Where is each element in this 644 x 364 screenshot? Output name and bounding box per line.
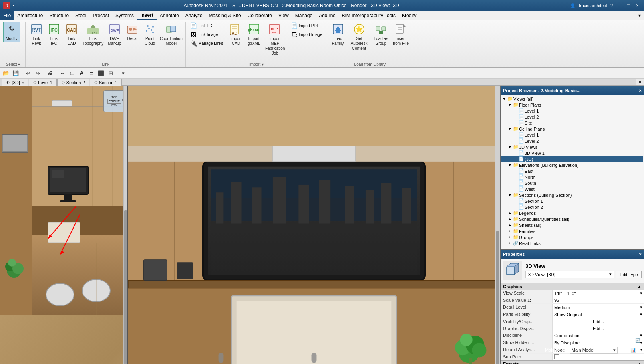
prop-type-dropdown[interactable]: 3D View: {3D} ▾ [525, 271, 614, 278]
edit-type-button[interactable]: Edit Type [616, 271, 642, 278]
menu-dropdown[interactable]: ▾ [635, 11, 644, 20]
menu-massing[interactable]: Massing & Site [206, 11, 244, 20]
tree-views-all[interactable]: ▼ 📁 Views (all) [501, 96, 643, 102]
tree-site[interactable]: 📄 Site [501, 120, 643, 126]
tree-ceiling-level2[interactable]: 📄 Level 2 [501, 138, 643, 144]
close-hidden-button[interactable]: ⬛ [97, 69, 105, 78]
qa-more[interactable]: ▾ [119, 69, 127, 78]
menu-architecture[interactable]: Architecture [14, 11, 46, 20]
close-button[interactable]: × [634, 2, 641, 9]
menu-addins[interactable]: Add-Ins [316, 11, 338, 20]
link-topography-button[interactable]: TOPO LinkTopography [81, 22, 105, 47]
tree-north[interactable]: 📄 North [501, 174, 643, 180]
tree-sections[interactable]: ▼ 📁 Sections (Building Section) [501, 192, 643, 198]
menu-precast[interactable]: Precast [89, 11, 112, 20]
link-cad-button[interactable]: CAD LinkCAD [63, 22, 80, 47]
link-image-button[interactable]: 🖼 Link Image [188, 30, 225, 38]
view-tab-section1[interactable]: ◇ Section 1 [90, 79, 122, 86]
menu-analyze[interactable]: Analyze [182, 11, 206, 20]
tree-floor-plans[interactable]: ▼ 📁 Floor Plans [501, 102, 643, 108]
view-tab-3d[interactable]: 👁 {3D} × [2, 79, 28, 86]
properties-close[interactable]: × [639, 252, 642, 257]
link-ifc-button[interactable]: IFC LinkIFC [46, 22, 62, 47]
prop-value-view-scale[interactable]: 1/8" = 1'-0" ▾ [553, 290, 644, 297]
prop-value-parts-visibility[interactable]: Show Original ▾ [553, 311, 644, 318]
project-browser-controls[interactable]: × [639, 88, 642, 93]
menu-bim[interactable]: BIM Interoperability Tools [339, 11, 399, 20]
tree-3d-current[interactable]: 📄 {3D} [501, 156, 643, 162]
tree-level1[interactable]: 📄 Level 1 [501, 108, 643, 114]
prop-value-visibility[interactable]: Edit... [553, 318, 644, 325]
tree-sheets[interactable]: ▶ 📁 Sheets (all) [501, 222, 643, 228]
main-view-scrollbar-v[interactable] [495, 86, 500, 364]
tree-groups[interactable]: + 📁 Groups [501, 234, 643, 240]
get-autodesk-content-button[interactable]: ⭐ Get AutodeskContent [347, 22, 371, 52]
menu-insert[interactable]: Insert [137, 11, 157, 20]
tree-section2[interactable]: 📄 Section 2 [501, 204, 643, 210]
properties-controls[interactable]: × [639, 252, 642, 257]
tree-section1[interactable]: 📄 Section 1 [501, 198, 643, 204]
modify-button[interactable]: ✎ Modify [3, 22, 20, 42]
import-mep-button[interactable]: MEPFab Import MEPFabrication Job [263, 22, 287, 57]
visibility-edit-button[interactable]: Edit... [554, 319, 642, 324]
view-scale-dropdown[interactable]: 1/8" = 1'-0" ▾ [554, 291, 642, 296]
view-3d-panel[interactable]: TOP LFRONTR BTM 1/8" = 1'-0" [0, 86, 128, 364]
tree-schedules[interactable]: ▶ 📁 Schedules/Quantities (all) [501, 216, 643, 222]
tree-ceiling-level1[interactable]: 📄 Level 1 [501, 132, 643, 138]
prop-section-extents[interactable]: Extents ▲ [501, 360, 644, 364]
navigation-cube[interactable]: TOP LFRONTR BTM [103, 90, 125, 112]
dwf-markup-button[interactable]: DWF DWFMarkup [106, 22, 123, 47]
tree-level2[interactable]: 📄 Level 2 [501, 114, 643, 120]
show-hidden-dropdown[interactable]: By Discipline ▾ [554, 340, 642, 345]
tree-3d-view1[interactable]: 📄 3D View 1 [501, 150, 643, 156]
model-dropdown[interactable]: Main Model ▾ [570, 347, 618, 354]
snaps-button[interactable]: ⊞ [106, 69, 115, 78]
view-main-panel[interactable]: 1/8" = 1'-0" [128, 86, 500, 364]
tree-ceiling-plans[interactable]: ▼ 📁 Ceiling Plans [501, 126, 643, 132]
print-button[interactable]: 🖨 [46, 69, 54, 78]
view-tabs-more[interactable]: ≡ [636, 79, 644, 86]
menu-file[interactable]: File [0, 11, 14, 20]
minimize-button[interactable]: ─ [616, 2, 623, 9]
tree-3d-views[interactable]: ▼ 📁 3D Views [501, 144, 643, 150]
tree-east[interactable]: 📄 East [501, 168, 643, 174]
undo-button[interactable]: ↩ [24, 69, 32, 78]
link-revit-button[interactable]: RVT LinkRevit [28, 22, 45, 47]
graphic-display-edit-button[interactable]: Edit... [554, 326, 642, 331]
tree-south[interactable]: 📄 South [501, 180, 643, 186]
load-as-group-button[interactable]: Load asGroup [372, 22, 390, 47]
tree-revit-links[interactable]: + 🔗 Revit Links [501, 240, 643, 246]
prop-value-discipline[interactable]: Coordination ▾ [553, 332, 644, 339]
menu-systems[interactable]: Systems [112, 11, 137, 20]
tree-elevations[interactable]: ▼ 📁 Elevations (Building Elevation) [501, 162, 643, 168]
menu-collaborate[interactable]: Collaborate [244, 11, 275, 20]
window-controls[interactable]: ─ □ × [616, 2, 641, 9]
import-pdf-button[interactable]: 📄 Import PDF [289, 22, 324, 30]
point-cloud-button[interactable]: PointCloud [141, 22, 158, 47]
coordination-model-button[interactable]: CoordinationModel [159, 22, 183, 47]
maximize-button[interactable]: □ [625, 2, 632, 9]
import-gbxml-button[interactable]: gbXML ImportgbXML [246, 22, 262, 47]
prop-value-show-hidden[interactable]: By Discipline ▾ [553, 339, 644, 346]
link-pdf-button[interactable]: 📄 Link PDF [188, 22, 225, 30]
sun-path-checkbox[interactable] [554, 354, 559, 359]
measure-button[interactable]: ↔ [58, 69, 67, 78]
load-family-button[interactable]: LoadFamily [330, 22, 346, 47]
text-button[interactable]: A [77, 69, 86, 78]
open-button[interactable]: 📂 [2, 69, 10, 78]
insert-from-file-button[interactable]: Insertfrom File [391, 22, 411, 47]
prop-value-sun-path[interactable] [553, 354, 644, 360]
thin-lines-button[interactable]: ≡ [87, 69, 96, 78]
view-tab-level1[interactable]: ◇ Level 1 [29, 79, 56, 86]
prop-value-graphic-display[interactable]: Edit... [553, 325, 644, 332]
menu-view[interactable]: View [275, 11, 292, 20]
view-tab-section2[interactable]: ◇ Section 2 [57, 79, 89, 86]
tree-families[interactable]: + 📁 Families [501, 228, 643, 234]
decal-button[interactable]: Decal [124, 22, 141, 42]
view-3d-close[interactable]: × [22, 81, 24, 85]
menu-annotate[interactable]: Annotate [157, 11, 182, 20]
menu-structure[interactable]: Structure [46, 11, 72, 20]
save-button[interactable]: 💾 [11, 69, 20, 78]
menu-manage[interactable]: Manage [292, 11, 316, 20]
redo-button[interactable]: ↪ [33, 69, 42, 78]
